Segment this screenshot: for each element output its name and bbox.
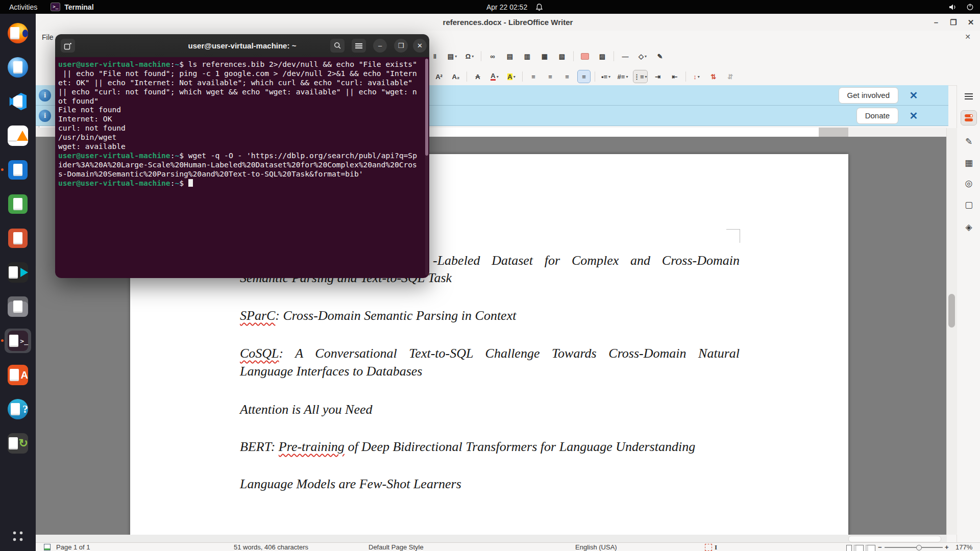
dock-media-player-icon[interactable] <box>5 260 31 285</box>
para-space-increase-icon[interactable]: ⇅ <box>707 70 720 83</box>
menu-button[interactable] <box>352 39 366 53</box>
dock-browser-icon[interactable] <box>5 55 31 80</box>
get-involved-button[interactable]: Get involved <box>839 87 898 104</box>
align-center-icon[interactable]: ≡ <box>544 70 556 83</box>
footnote-icon[interactable]: ▤ <box>446 50 458 62</box>
minimize-button[interactable]: – <box>373 39 387 53</box>
align-right-icon[interactable]: ≡ <box>561 70 573 83</box>
edit-deck-icon[interactable]: ✎ <box>961 134 976 148</box>
save-status-icon[interactable] <box>44 544 51 550</box>
page-deck-icon[interactable]: ▢ <box>961 197 976 212</box>
search-button[interactable] <box>330 39 345 53</box>
clock[interactable]: Apr 22 02:52 <box>486 3 527 11</box>
scrollbar-thumb[interactable] <box>948 294 955 328</box>
doc-paragraph[interactable]: CoSQL: A Conversational Text-to-SQL Chal… <box>240 345 740 362</box>
bookmark-icon[interactable]: ▦ <box>538 50 551 62</box>
doc-paragraph[interactable]: Language Interfaces to Databases <box>240 363 422 380</box>
donate-button[interactable]: Donate <box>856 108 898 124</box>
maximize-button[interactable]: ❒ <box>948 18 959 27</box>
dock-ubuntu-software-icon[interactable]: A <box>5 363 31 387</box>
focused-app-menu[interactable]: >_ Terminal <box>51 3 93 11</box>
properties-deck-icon[interactable] <box>961 111 976 125</box>
minimize-button[interactable]: – <box>931 18 941 27</box>
header-icon[interactable]: ▤ <box>504 50 516 62</box>
maximize-button[interactable]: ❒ <box>394 39 408 53</box>
zoom-slider-thumb[interactable] <box>916 545 922 550</box>
gallery-deck-icon[interactable]: ▦ <box>961 156 976 170</box>
dock-impress-icon[interactable] <box>5 226 31 251</box>
align-left-icon[interactable]: ≡ <box>527 70 540 83</box>
horizontal-line-icon[interactable]: — <box>619 50 631 62</box>
close-document-icon[interactable]: ✕ <box>965 33 971 41</box>
scrollbar-thumb[interactable] <box>848 536 941 542</box>
para-space-decrease-icon[interactable]: ⇵ <box>724 70 737 83</box>
freeform-line-icon[interactable]: ✎ <box>654 50 666 62</box>
footer-icon[interactable]: ▥ <box>521 50 533 62</box>
dock-archive-icon[interactable] <box>5 294 31 319</box>
close-button[interactable]: ✕ <box>413 39 427 53</box>
zoom-out-icon[interactable]: − <box>878 543 882 551</box>
doc-paragraph[interactable]: BERT: Pre-training of Deep Bidirectional… <box>240 438 695 456</box>
special-character-icon[interactable]: Ω <box>463 50 476 62</box>
dock-vlc-icon[interactable] <box>5 123 31 148</box>
highlight-color-icon[interactable]: A <box>505 70 518 83</box>
zoom-percentage[interactable]: 177% <box>955 543 972 551</box>
text-language[interactable]: English (USA) <box>575 543 617 551</box>
cross-reference-icon[interactable]: ▧ <box>556 50 568 62</box>
new-tab-button[interactable] <box>61 39 75 53</box>
page-style[interactable]: Default Page Style <box>369 543 424 551</box>
bullet-list-icon[interactable]: •≡ <box>600 70 612 83</box>
doc-paragraph[interactable]: Attention is All you Need <box>240 401 372 418</box>
increase-indent-icon[interactable]: ⇥ <box>652 70 664 83</box>
writer-titlebar[interactable]: references.docx - LibreOffice Writer – ❒… <box>36 14 980 31</box>
dock-writer-icon[interactable] <box>5 158 31 182</box>
font-color-icon[interactable]: A <box>488 70 501 83</box>
hyperlink-icon[interactable]: ∞ <box>486 50 499 62</box>
doc-paragraph[interactable]: -Labeled Dataset for Complex and Cross-D… <box>433 252 740 269</box>
terminal-scrollbar[interactable] <box>425 59 428 276</box>
subscript-icon[interactable]: A₂ <box>450 70 462 83</box>
dock-firefox-icon[interactable] <box>5 21 31 45</box>
selection-mode-icon[interactable] <box>705 544 712 551</box>
terminal-cursor <box>188 179 193 187</box>
terminal-body[interactable]: user@user-virtual-machine:~$ ls referenc… <box>55 57 429 278</box>
vertical-scrollbar[interactable] <box>946 128 957 535</box>
horizontal-scrollbar[interactable] <box>36 535 947 542</box>
justified-icon[interactable]: ≡ <box>578 70 590 83</box>
track-changes-icon[interactable]: ▨ <box>596 50 608 62</box>
page-break-icon[interactable]: ‖ <box>429 50 441 62</box>
dock-software-updater-icon[interactable]: ↻ <box>5 431 31 456</box>
numbered-list-icon[interactable]: #≡ <box>617 70 629 83</box>
comment-icon[interactable] <box>579 50 591 62</box>
line-spacing-icon[interactable]: ↕ <box>691 70 703 83</box>
system-tray[interactable] <box>949 0 974 14</box>
close-button[interactable]: ✕ <box>966 18 976 27</box>
terminal-titlebar[interactable]: user@user-virtual-machine: ~ – ❒ ✕ <box>55 34 429 58</box>
close-infobar-icon[interactable]: ✕ <box>907 89 920 102</box>
doc-paragraph[interactable]: SParC: Cross-Domain Semantic Parsing in … <box>240 307 516 324</box>
zoom-in-icon[interactable]: + <box>945 543 949 551</box>
page-count[interactable]: Page 1 of 1 <box>56 543 90 551</box>
show-applications-icon[interactable] <box>5 524 31 548</box>
style-inspector-deck-icon[interactable]: ◈ <box>961 220 976 234</box>
cursor-mode-icon[interactable]: I <box>715 543 717 551</box>
dock-calc-icon[interactable] <box>5 192 31 216</box>
superscript-icon[interactable]: A² <box>433 70 445 83</box>
outline-list-icon[interactable]: ⋮≡ <box>633 70 647 83</box>
dock-help-icon[interactable]: ? <box>5 397 31 421</box>
close-infobar-icon[interactable]: ✕ <box>907 109 920 122</box>
page-view-icons[interactable] <box>846 544 877 551</box>
sidebar-settings-icon[interactable] <box>961 89 976 104</box>
navigator-deck-icon[interactable]: ◎ <box>961 176 976 190</box>
dock-vscode-icon[interactable] <box>5 89 31 114</box>
doc-paragraph[interactable]: Language Models are Few-Shot Learners <box>240 475 461 493</box>
bell-icon[interactable] <box>535 3 543 11</box>
activities-button[interactable]: Activities <box>9 3 37 11</box>
word-count[interactable]: 51 words, 406 characters <box>234 543 308 551</box>
strikethrough-icon[interactable]: A <box>472 70 484 83</box>
menu-file[interactable]: File <box>42 33 54 41</box>
zoom-slider[interactable] <box>885 547 943 548</box>
dock-terminal-icon[interactable]: >_ <box>5 329 31 353</box>
basic-shapes-icon[interactable]: ◇ <box>636 50 649 62</box>
decrease-indent-icon[interactable]: ⇤ <box>669 70 681 83</box>
